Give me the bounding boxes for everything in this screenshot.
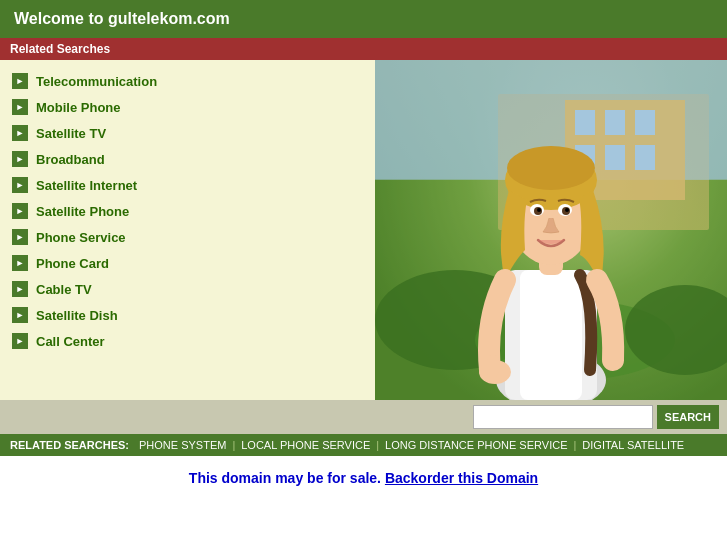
svg-rect-3 <box>575 110 595 135</box>
header-title: Welcome to gultelekom.com <box>14 10 230 27</box>
separator: | <box>376 439 379 451</box>
link-arrow-telecommunication: ► <box>12 73 28 89</box>
svg-point-18 <box>507 146 595 190</box>
link-label-phone-service: Phone Service <box>36 230 126 245</box>
svg-point-23 <box>537 208 541 212</box>
link-item-cable-tv[interactable]: ►Cable TV <box>10 276 365 302</box>
backorder-domain-link[interactable]: Backorder this Domain <box>385 470 538 486</box>
link-item-broadband[interactable]: ►Broadband <box>10 146 365 172</box>
link-label-call-center: Call Center <box>36 334 105 349</box>
image-column <box>375 60 727 400</box>
svg-rect-14 <box>520 270 582 400</box>
svg-rect-5 <box>635 110 655 135</box>
link-label-telecommunication: Telecommunication <box>36 74 157 89</box>
link-item-phone-service[interactable]: ►Phone Service <box>10 224 365 250</box>
link-item-satellite-tv[interactable]: ►Satellite TV <box>10 120 365 146</box>
svg-rect-7 <box>605 145 625 170</box>
background-image <box>375 60 727 400</box>
link-arrow-satellite-dish: ► <box>12 307 28 323</box>
link-arrow-satellite-tv: ► <box>12 125 28 141</box>
link-label-satellite-internet: Satellite Internet <box>36 178 137 193</box>
search-button[interactable]: SEARCH <box>657 405 719 429</box>
link-item-mobile-phone[interactable]: ►Mobile Phone <box>10 94 365 120</box>
link-arrow-broadband: ► <box>12 151 28 167</box>
link-item-satellite-internet[interactable]: ►Satellite Internet <box>10 172 365 198</box>
bottom-related-searches: RELATED SEARCHES: PHONE SYSTEM|LOCAL PHO… <box>0 434 727 456</box>
link-arrow-phone-card: ► <box>12 255 28 271</box>
link-label-mobile-phone: Mobile Phone <box>36 100 121 115</box>
related-searches-label: Related Searches <box>10 42 110 56</box>
svg-rect-4 <box>605 110 625 135</box>
svg-rect-26 <box>487 355 499 377</box>
svg-point-24 <box>565 208 569 212</box>
svg-rect-8 <box>635 145 655 170</box>
link-arrow-cable-tv: ► <box>12 281 28 297</box>
separator: | <box>232 439 235 451</box>
person-illustration <box>375 60 727 400</box>
domain-sale-section: This domain may be for sale. Backorder t… <box>0 456 727 500</box>
link-item-satellite-dish[interactable]: ►Satellite Dish <box>10 302 365 328</box>
domain-sale-text: This domain may be for sale. <box>189 470 381 486</box>
link-label-satellite-tv: Satellite TV <box>36 126 106 141</box>
link-item-telecommunication[interactable]: ►Telecommunication <box>10 68 365 94</box>
page-header: Welcome to gultelekom.com <box>0 0 727 38</box>
bottom-link-digital-satellite[interactable]: DIGITAL SATELLITE <box>582 439 684 451</box>
link-label-phone-card: Phone Card <box>36 256 109 271</box>
bottom-link-local-phone-service[interactable]: LOCAL PHONE SERVICE <box>241 439 370 451</box>
related-searches-bar: Related Searches <box>0 38 727 60</box>
link-item-phone-card[interactable]: ►Phone Card <box>10 250 365 276</box>
link-label-broadband: Broadband <box>36 152 105 167</box>
link-item-satellite-phone[interactable]: ►Satellite Phone <box>10 198 365 224</box>
link-label-satellite-dish: Satellite Dish <box>36 308 118 323</box>
link-arrow-call-center: ► <box>12 333 28 349</box>
link-arrow-satellite-phone: ► <box>12 203 28 219</box>
separator: | <box>573 439 576 451</box>
link-label-cable-tv: Cable TV <box>36 282 92 297</box>
links-column: ►Telecommunication►Mobile Phone►Satellit… <box>0 60 375 400</box>
link-label-satellite-phone: Satellite Phone <box>36 204 129 219</box>
search-bar-row: SEARCH <box>0 400 727 434</box>
bottom-link-long-distance-phone-service[interactable]: LONG DISTANCE PHONE SERVICE <box>385 439 567 451</box>
link-arrow-mobile-phone: ► <box>12 99 28 115</box>
bottom-link-phone-system[interactable]: PHONE SYSTEM <box>139 439 226 451</box>
search-input[interactable] <box>473 405 653 429</box>
bottom-related-label: RELATED SEARCHES: <box>10 439 129 451</box>
link-item-call-center[interactable]: ►Call Center <box>10 328 365 354</box>
link-arrow-satellite-internet: ► <box>12 177 28 193</box>
link-arrow-phone-service: ► <box>12 229 28 245</box>
main-content: ►Telecommunication►Mobile Phone►Satellit… <box>0 60 727 400</box>
